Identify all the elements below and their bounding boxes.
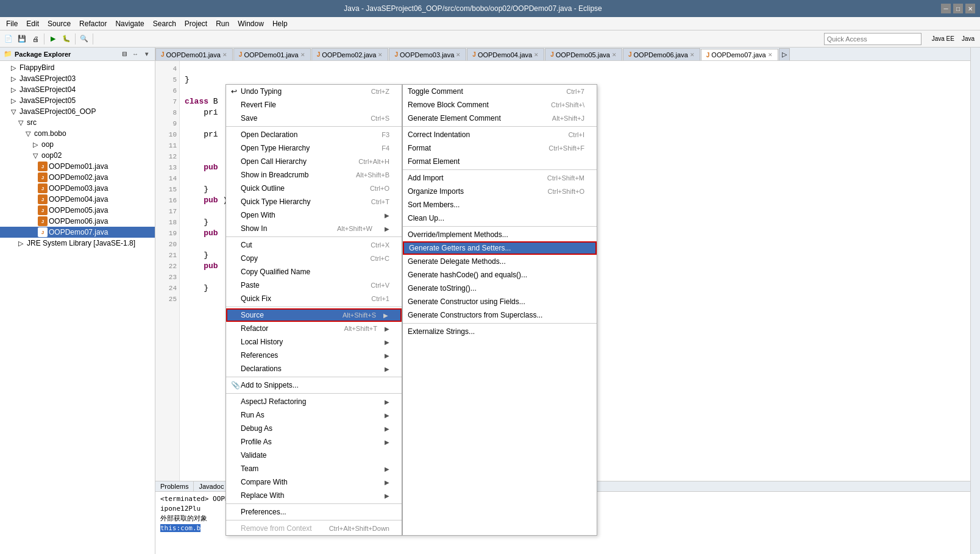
ctx-show-in[interactable]: Show In Alt+Shift+W ▶	[226, 222, 402, 235]
close-button[interactable]: ✕	[965, 4, 975, 13]
menu-window[interactable]: Window	[234, 18, 268, 29]
ctx-open-with[interactable]: Open With ▶	[226, 208, 402, 222]
tab-demo02[interactable]: J OOPDemo02.java ✕	[311, 48, 389, 60]
ctx-revert[interactable]: Revert File	[226, 98, 402, 112]
tab-close-icon[interactable]: ✕	[222, 52, 227, 58]
sub-organize-imports[interactable]: Organize Imports Ctrl+Shift+O	[403, 185, 597, 198]
ctx-show-bread[interactable]: Show in Breadcrumb Alt+Shift+B	[226, 168, 402, 182]
ctx-add-snippets[interactable]: 📎 Add to Snippets...	[226, 378, 402, 392]
tab-demo05[interactable]: J OOPDemo05.java ✕	[545, 48, 622, 60]
tree-item-oop[interactable]: ▷ oop	[0, 139, 155, 150]
ctx-declarations[interactable]: Declarations ▶	[226, 362, 402, 375]
ctx-aspectj[interactable]: AspectJ Refactoring ▶	[226, 395, 402, 408]
sub-generate-constructor-fields[interactable]: Generate Constructor using Fields...	[403, 295, 597, 308]
tab-demo01-1[interactable]: J OOPDemo01.java ✕	[155, 48, 233, 60]
sub-correct-indent[interactable]: Correct Indentation Ctrl+I	[403, 128, 597, 141]
tab-problems[interactable]: Problems	[155, 481, 194, 491]
menu-source[interactable]: Source	[44, 18, 74, 29]
ctx-debug-as[interactable]: Debug As ▶	[226, 422, 402, 435]
tab-close-icon[interactable]: ✕	[300, 52, 305, 58]
tree-item-flappybird[interactable]: ▷ FlappyBird	[0, 62, 155, 73]
menu-help[interactable]: Help	[269, 18, 291, 29]
tree-item-demo05[interactable]: J OOPDemo05.java	[0, 205, 155, 216]
quick-access-input[interactable]	[824, 33, 921, 45]
minimize-button[interactable]: ─	[941, 4, 951, 13]
sub-override-implement[interactable]: Override/Implement Methods...	[403, 228, 597, 241]
maximize-button[interactable]: □	[953, 4, 963, 13]
sub-format[interactable]: Format Ctrl+Shift+F	[403, 141, 597, 155]
ctx-compare-with[interactable]: Compare With ▶	[226, 475, 402, 489]
toolbar-run[interactable]: ▶	[47, 33, 59, 45]
tab-demo01-2[interactable]: J OOPDemo01.java ✕	[233, 48, 311, 60]
ctx-undo[interactable]: ↩ Undo Typing Ctrl+Z	[226, 85, 402, 98]
sub-add-import[interactable]: Add Import Ctrl+Shift+M	[403, 171, 597, 185]
tab-javadoc[interactable]: Javadoc	[194, 481, 229, 491]
tab-close-icon[interactable]: ✕	[456, 52, 461, 58]
ctx-open-call[interactable]: Open Call Hierarchy Ctrl+Alt+H	[226, 155, 402, 168]
tab-demo07[interactable]: J OOPDemo07.java ✕	[701, 49, 778, 61]
ctx-remove-context[interactable]: Remove from Context Ctrl+Alt+Shift+Down	[226, 522, 402, 535]
tab-close-icon[interactable]: ✕	[690, 52, 695, 58]
tab-close-icon[interactable]: ✕	[768, 52, 773, 58]
view-menu-icon[interactable]: ▾	[141, 49, 151, 59]
menu-run[interactable]: Run	[212, 18, 233, 29]
ctx-open-type[interactable]: Open Type Hierarchy F4	[226, 141, 402, 155]
tree-item-demo02[interactable]: J OOPDemo02.java	[0, 172, 155, 183]
sub-generate-hashcode[interactable]: Generate hashCode() and equals()...	[403, 268, 597, 282]
toolbar-save[interactable]: 💾	[16, 33, 28, 45]
ctx-validate[interactable]: Validate	[226, 449, 402, 462]
tree-item-demo07[interactable]: J OOPDemo07.java	[0, 227, 155, 238]
tree-item-demo06[interactable]: J OOPDemo06.java	[0, 216, 155, 227]
ctx-copy[interactable]: Copy Ctrl+C	[226, 252, 402, 265]
menu-refactor[interactable]: Refactor	[76, 18, 110, 29]
ctx-replace-with[interactable]: Replace With ▶	[226, 489, 402, 502]
java-perspective[interactable]: Java	[959, 33, 978, 45]
menu-edit[interactable]: Edit	[23, 18, 43, 29]
ctx-copy-qual[interactable]: Copy Qualified Name	[226, 265, 402, 279]
ctx-cut[interactable]: Cut Ctrl+X	[226, 238, 402, 252]
tree-item-demo03[interactable]: J OOPDemo03.java	[0, 183, 155, 194]
tree-item-src[interactable]: ▽ src	[0, 117, 155, 128]
java-ee-perspective[interactable]: Java EE	[929, 33, 957, 45]
ctx-references[interactable]: References ▶	[226, 349, 402, 362]
tree-item-proj06[interactable]: ▽ JavaSEProject06_OOP	[0, 106, 155, 117]
ctx-quick-fix[interactable]: Quick Fix Ctrl+1	[226, 292, 402, 305]
tree-item-demo01[interactable]: J OOPDemo01.java	[0, 161, 155, 172]
toolbar-search[interactable]: 🔍	[78, 33, 90, 45]
tab-demo04[interactable]: J OOPDemo04.java ✕	[467, 48, 544, 60]
tab-close-icon[interactable]: ✕	[612, 52, 617, 58]
toolbar-print[interactable]: 🖨	[29, 33, 41, 45]
sub-sort-members[interactable]: Sort Members...	[403, 198, 597, 211]
toolbar-debug[interactable]: 🐛	[60, 33, 73, 45]
ctx-team[interactable]: Team ▶	[226, 462, 402, 475]
tab-close-icon[interactable]: ✕	[534, 52, 539, 58]
link-editor-icon[interactable]: ↔	[130, 49, 140, 59]
sub-generate-constructors-superclass[interactable]: Generate Constructors from Superclass...	[403, 308, 597, 322]
tree-item-oop02[interactable]: ▽ oop02	[0, 150, 155, 161]
collapse-all-icon[interactable]: ⊟	[119, 49, 129, 59]
sub-gen-element-comment[interactable]: Generate Element Comment Alt+Shift+J	[403, 112, 597, 125]
ctx-paste[interactable]: Paste Ctrl+V	[226, 279, 402, 292]
menu-navigate[interactable]: Navigate	[112, 18, 147, 29]
ctx-quick-type[interactable]: Quick Type Hierarchy Ctrl+T	[226, 195, 402, 208]
ctx-source[interactable]: Source Alt+Shift+S ▶	[226, 308, 402, 322]
ctx-preferences[interactable]: Preferences...	[226, 505, 402, 519]
ctx-save[interactable]: Save Ctrl+S	[226, 112, 402, 125]
tab-overflow[interactable]: ▷	[779, 48, 790, 60]
tab-demo03[interactable]: J OOPDemo03.java ✕	[389, 48, 466, 60]
sub-clean-up[interactable]: Clean Up...	[403, 211, 597, 225]
tree-item-proj03[interactable]: ▷ JavaSEProject03	[0, 73, 155, 84]
ctx-local-history[interactable]: Local History ▶	[226, 335, 402, 349]
tab-demo06[interactable]: J OOPDemo06.java ✕	[623, 48, 700, 60]
sub-generate-tostring[interactable]: Generate toString()...	[403, 282, 597, 295]
menu-search[interactable]: Search	[149, 18, 180, 29]
sub-remove-block[interactable]: Remove Block Comment Ctrl+Shift+\	[403, 98, 597, 112]
tree-item-proj05[interactable]: ▷ JavaSEProject05	[0, 95, 155, 106]
sub-generate-delegate[interactable]: Generate Delegate Methods...	[403, 255, 597, 268]
sub-format-element[interactable]: Format Element	[403, 155, 597, 168]
menu-project[interactable]: Project	[181, 18, 211, 29]
tree-item-combobo[interactable]: ▽ com.bobo	[0, 128, 155, 139]
sub-generate-getters-setters[interactable]: Generate Getters and Setters...	[403, 241, 597, 255]
toolbar-new[interactable]: 📄	[2, 33, 15, 45]
ctx-run-as[interactable]: Run As ▶	[226, 408, 402, 422]
